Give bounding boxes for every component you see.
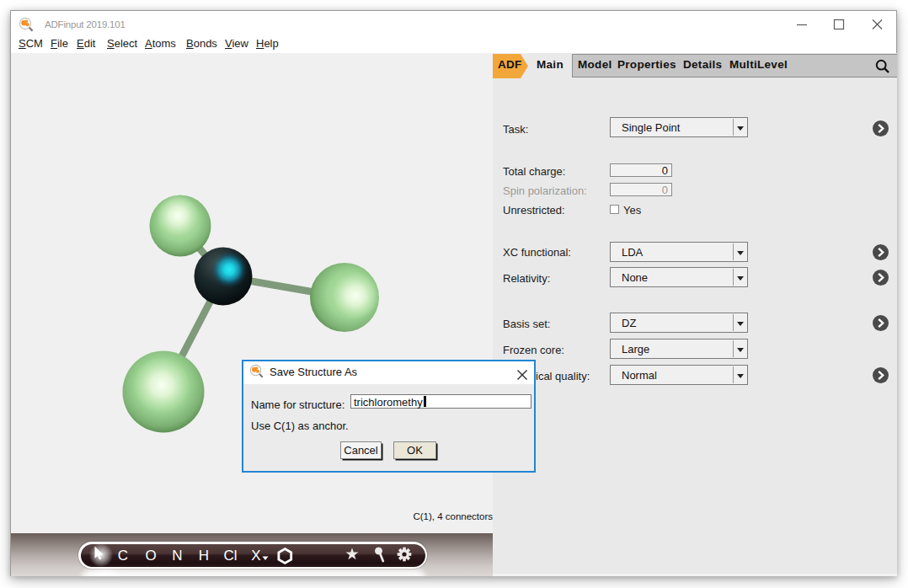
svg-text:N: N xyxy=(172,548,182,564)
svg-text:O: O xyxy=(145,548,156,564)
svg-text:C: C xyxy=(118,548,128,564)
svg-text:X: X xyxy=(251,548,260,564)
svg-text:H: H xyxy=(199,548,209,564)
svg-text:Cl: Cl xyxy=(223,548,237,564)
